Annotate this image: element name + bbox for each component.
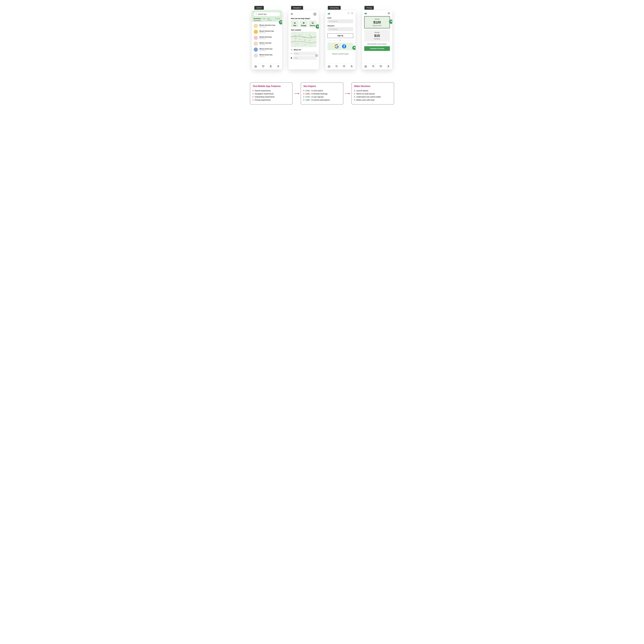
hamburger-icon[interactable] xyxy=(388,12,390,14)
bag-icon[interactable] xyxy=(269,65,272,68)
item-thumb xyxy=(254,36,258,40)
tab-label-pricing: Pricing xyxy=(365,6,374,10)
password-label: Password xyxy=(328,25,353,27)
bottom-nav xyxy=(252,63,282,70)
pickup-input[interactable]: Pickup... xyxy=(293,52,316,55)
list-item[interactable]: Women crop tops 3475 items xyxy=(254,41,280,47)
bottom-nav xyxy=(325,63,355,70)
search-icon[interactable] xyxy=(372,65,375,68)
box-test-title: Test Mobile App Features xyxy=(253,85,290,88)
svg-point-27 xyxy=(388,65,389,66)
drop-input[interactable]: Drop... xyxy=(293,56,316,60)
tab-sale[interactable]: Sale xyxy=(263,18,265,21)
user-icon[interactable] xyxy=(277,65,279,68)
arrow-icon xyxy=(345,93,350,94)
item-title: Women Summer tops xyxy=(259,30,274,32)
svg-point-8 xyxy=(311,36,312,37)
item-sub: 876 items xyxy=(259,56,272,57)
item-title: Women beach tops xyxy=(259,54,272,56)
svg-point-7 xyxy=(304,40,305,40)
trophy-badge xyxy=(352,46,355,50)
search-tabs: Bestsellers Sale New Arrivals Trending xyxy=(254,18,280,22)
home-icon[interactable] xyxy=(328,65,330,68)
svg-text:Lucas: Lucas xyxy=(308,40,310,41)
svg-text:Plainville: Plainville xyxy=(303,37,306,38)
bullet-item: 1.8% ↑ in annual subscriptions xyxy=(303,98,341,101)
annual-card[interactable]: Annual $120 $10 per month xyxy=(364,16,390,28)
box-test: Test Mobile App Features Search experime… xyxy=(250,82,293,104)
item-sub: 8536 items xyxy=(259,32,274,33)
phone-frame-navigation: How can we help today? Ride Package Rese… xyxy=(289,10,319,70)
reserve-button[interactable]: Reserve xyxy=(309,20,316,27)
annual-price: $120 xyxy=(366,20,388,24)
email-label: Email xyxy=(328,17,353,19)
item-title: Women floral tops xyxy=(259,36,272,38)
password-group: Password Email address xyxy=(325,24,355,32)
list-item[interactable]: Women beach tops 876 items xyxy=(254,53,280,58)
purchase-button[interactable]: Complete Purchase xyxy=(364,46,390,51)
destination-inputs: ○ Pickup... ■ Drop... + xyxy=(289,52,319,62)
home-icon[interactable] xyxy=(365,65,367,68)
heart-icon[interactable] xyxy=(262,65,264,68)
search-icon[interactable] xyxy=(335,65,338,68)
svg-point-25 xyxy=(372,65,374,67)
tab-trending[interactable]: Trending xyxy=(275,18,280,21)
avatar[interactable] xyxy=(313,12,316,16)
bag-icon[interactable] xyxy=(351,12,353,15)
login-link[interactable]: Log in xyxy=(344,53,349,55)
list-item[interactable]: Women denim tops 1237 items xyxy=(254,47,280,53)
bullet-item: Launch feature xyxy=(354,89,391,92)
list-item[interactable]: Women sleeveless tops 15273 items xyxy=(254,23,280,29)
monthly-label: Monthly xyxy=(366,32,388,33)
map-preview[interactable]: Oakley Hill City Plainville Beloit Lucas… xyxy=(291,32,316,47)
add-stop-button[interactable]: + xyxy=(315,54,318,57)
bullet-item: 3.5% ↑ in USA search xyxy=(303,89,341,92)
whereto-label: Where to? xyxy=(294,49,301,51)
search-icon[interactable] xyxy=(348,12,350,15)
facebook-icon[interactable] xyxy=(342,44,346,48)
bullet-item: 2.3% ↓ in Mumbai bookings xyxy=(303,92,341,95)
pickup-marker-icon: ○ xyxy=(291,52,292,55)
monthly-price: $15 xyxy=(366,34,388,38)
item-sub: 1237 items xyxy=(259,50,272,51)
phone-frame-pricing: Annual $120 $10 per month Monthly $15 Pe… xyxy=(362,10,392,70)
user-icon[interactable] xyxy=(387,65,390,68)
ride-button[interactable]: Ride xyxy=(291,20,299,27)
svg-text:Hill City: Hill City xyxy=(299,34,301,35)
box-test-list: Search experimentsNavigation experiments… xyxy=(253,89,290,101)
tab-bestsellers[interactable]: Bestsellers xyxy=(254,18,261,21)
signup-button[interactable]: Sign Up xyxy=(328,33,353,38)
annual-label: Annual xyxy=(366,18,388,20)
box-decision-list: Launch featureWeed out weak layoutsUnder… xyxy=(354,89,391,101)
svg-line-18 xyxy=(292,50,292,50)
search-bar[interactable]: women tops xyxy=(254,12,280,16)
email-group: Email Email address xyxy=(325,17,355,24)
box-impact-title: See Impact xyxy=(303,85,341,88)
svg-text:Quinter: Quinter xyxy=(299,39,301,40)
heart-icon[interactable] xyxy=(343,65,345,68)
ride-label: Ride xyxy=(291,25,298,26)
package-button[interactable]: Package xyxy=(300,20,308,27)
list-item[interactable]: Women floral tops 6452 items xyxy=(254,35,280,41)
tab-label-search: Search xyxy=(254,6,264,10)
list-item[interactable]: Women Summer tops 8536 items xyxy=(254,29,280,35)
email-field[interactable]: Email address xyxy=(328,19,353,23)
monthly-card[interactable]: Monthly $15 Per Month xyxy=(364,30,390,41)
nav-title: How can we help today? xyxy=(289,17,319,20)
phones-row: Search women tops Bestsellers Sale New A… xyxy=(9,10,635,70)
trophy-badge xyxy=(389,20,392,24)
location-label: Your Location xyxy=(289,29,319,32)
user-icon[interactable] xyxy=(350,65,353,68)
phone-pricing: Pricing Annual $120 $10 per month Monthl… xyxy=(362,10,392,70)
tab-new-arrivals[interactable]: New Arrivals xyxy=(267,18,273,21)
hamburger-icon[interactable] xyxy=(291,13,293,15)
home-icon[interactable] xyxy=(254,65,257,68)
password-field[interactable]: Email address xyxy=(328,27,353,31)
google-icon[interactable] xyxy=(335,44,339,48)
bullet-item: Search experiments xyxy=(253,89,290,92)
package-label: Package xyxy=(300,25,307,26)
bullet-item: 4.7% ↑ in user signups xyxy=(303,95,341,98)
heart-icon[interactable] xyxy=(380,65,382,68)
item-thumb xyxy=(254,42,258,46)
item-title: Women denim tops xyxy=(259,48,272,50)
